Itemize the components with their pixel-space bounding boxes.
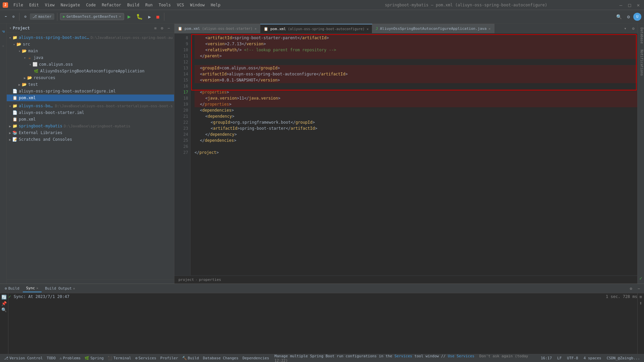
sidebar-project-icon[interactable]: P: [1, 25, 6, 38]
tab-pom-starter[interactable]: 📋 pom.xml (aliyun-oss-boot-starter) ✕: [174, 24, 260, 33]
tab-sync-bottom[interactable]: Sync ✕: [23, 285, 42, 292]
maximize-button[interactable]: □: [627, 2, 633, 8]
menu-help[interactable]: Help: [208, 2, 223, 8]
menu-window[interactable]: Window: [187, 2, 207, 8]
bottom-panel-settings[interactable]: ⚙: [627, 285, 635, 292]
refresh-btn[interactable]: 🔄: [1, 295, 7, 300]
tree-item-scratches[interactable]: ▶ 📝 Scratches and Consoles: [7, 136, 174, 143]
tree-item-mybatis[interactable]: ▶ 📁 springboot-mybatis D:\JavaBase\sprin…: [7, 123, 174, 129]
pin-btn[interactable]: 📌: [1, 301, 7, 306]
project-dropdown-icon[interactable]: ▾: [9, 26, 11, 30]
tab-close-btn-active[interactable]: ✕: [367, 27, 369, 31]
notifications-sidebar-btn[interactable]: Notifications: [638, 47, 644, 78]
tree-item-test[interactable]: ▶ 📂 test: [7, 81, 174, 88]
status-terminal[interactable]: ⬛ Terminal: [106, 356, 132, 360]
menu-file[interactable]: File: [11, 2, 26, 8]
tree-item-pom-starter[interactable]: 📋 pom.xml: [7, 116, 174, 123]
tree-item-boot-starter[interactable]: ▾ 📁 aliuyn-oss-boot-starter D:\JavaBase\…: [7, 103, 174, 109]
status-version-control[interactable]: ⎇ Version Control: [3, 356, 44, 360]
tree-item-package[interactable]: ▾ ⬜ com.aliyun.oss: [7, 61, 174, 68]
menu-refactor[interactable]: Refactor: [99, 2, 124, 8]
line-num-26: 26: [174, 143, 188, 149]
tree-item-external-libs[interactable]: ▶ 📚 External Libraries: [7, 129, 174, 136]
use-services-link[interactable]: Use Services: [448, 354, 474, 358]
build-output-close[interactable]: ✕: [73, 287, 75, 290]
tab-more-button[interactable]: ▾: [621, 24, 629, 33]
menu-view[interactable]: View: [42, 2, 57, 8]
line-num-22: 22: [174, 119, 188, 125]
debug-button[interactable]: 🐛: [134, 12, 145, 21]
menu-code[interactable]: Code: [84, 2, 99, 8]
database-sidebar-btn[interactable]: Database: [638, 25, 644, 46]
status-profiler[interactable]: Profiler: [159, 356, 179, 360]
code-content[interactable]: <artifactId>spring-boot-starter-parent</…: [191, 34, 637, 157]
status-database-changes[interactable]: Database Changes: [202, 356, 240, 360]
tab-java-class[interactable]: J AliuynOssSpringBootAutoconfigureApplic…: [372, 24, 494, 33]
project-scrollbar[interactable]: [7, 280, 174, 284]
stop-button[interactable]: ■: [154, 13, 161, 20]
menu-vcs[interactable]: VCS: [174, 2, 187, 8]
tree-item-pom-selected[interactable]: 📋 pom.xml: [7, 95, 174, 101]
sidebar-bookmark-icon[interactable]: ☆: [1, 39, 6, 52]
settings-button[interactable]: ⚙: [625, 13, 632, 20]
tree-item-main[interactable]: ▾ 📂 main: [7, 48, 174, 54]
code-scroll-wrapper[interactable]: <artifactId>spring-boot-starter-parent</…: [191, 34, 637, 276]
toolbar-git-button[interactable]: ⚙: [22, 13, 29, 20]
panel-collapse-btn[interactable]: ≡: [153, 25, 158, 31]
tab-close-btn[interactable]: ✕: [255, 27, 257, 31]
toolbar-forward-button[interactable]: ⚙: [10, 13, 17, 20]
status-position[interactable]: 16:17: [539, 356, 553, 360]
panel-close-btn[interactable]: −: [166, 25, 171, 31]
expand-arrow: ▶: [17, 82, 21, 86]
tree-item-iml[interactable]: 📄 aliuyn-oss-spring-boot-autoconfigure.i…: [7, 88, 174, 95]
code-line-9: <version>2.7.13</version>: [195, 41, 637, 47]
collapse-btn[interactable]: ↕: [638, 300, 644, 305]
menu-navigate[interactable]: Navigate: [58, 2, 83, 8]
tab-build-output[interactable]: Build Output ✕: [42, 285, 78, 292]
bottom-panel-close[interactable]: −: [635, 285, 643, 292]
tree-item-class[interactable]: 🌿 AliuynOssSpringBootAutoconfigureApplic…: [7, 68, 174, 74]
user-avatar[interactable]: U: [633, 13, 641, 21]
status-encoding[interactable]: UTF-8: [566, 356, 580, 360]
panel-settings-btn[interactable]: ⚙: [159, 25, 165, 31]
status-line-ending[interactable]: LF: [556, 356, 563, 360]
minimize-button[interactable]: —: [618, 2, 624, 8]
line-num-23: 23: [174, 125, 188, 131]
menu-build[interactable]: Build: [124, 2, 142, 8]
search-everywhere[interactable]: 🔍: [614, 13, 624, 20]
tree-item-resources[interactable]: ▶ 📂 resources: [7, 74, 174, 81]
tab-pom-autoconfigure[interactable]: 📋 pom.xml (aliyun-oss-spring-boot-autoco…: [260, 24, 372, 33]
menu-edit[interactable]: Edit: [26, 2, 42, 8]
tree-item-autoconfigure-root[interactable]: ▾ 📁 aliuyn-oss-spring-boot-autoconfigure…: [7, 34, 174, 41]
status-spring[interactable]: 🌿 Spring: [83, 356, 105, 360]
run-with-coverage[interactable]: ▶: [146, 13, 153, 20]
status-build[interactable]: 🔨 Build: [181, 356, 200, 360]
tree-item-starter-iml[interactable]: 📄 aliuyn-oss-boot-starter.iml: [7, 109, 174, 116]
sync-tab-close[interactable]: ✕: [36, 286, 38, 290]
run-button[interactable]: ▶: [125, 12, 133, 21]
inspect-btn[interactable]: 🔍: [1, 307, 7, 312]
tab-close-java[interactable]: ✕: [489, 27, 491, 31]
status-services[interactable]: ⚙ Services: [134, 356, 158, 360]
tab-settings-button[interactable]: ⚙: [629, 24, 637, 33]
breadcrumb-project[interactable]: project: [178, 278, 194, 282]
status-user[interactable]: CSDN_@Zaingb...: [605, 356, 641, 360]
status-problems[interactable]: ⚠ Problems: [58, 356, 82, 360]
build-tab-icon: ⚙: [5, 286, 7, 291]
services-link[interactable]: Services: [394, 354, 412, 358]
toolbar-back-button[interactable]: ⬅: [3, 13, 9, 20]
close-button[interactable]: ✕: [635, 2, 641, 8]
tree-item-java[interactable]: ▾ ☕ java: [7, 54, 174, 61]
tree-label-java: java: [34, 55, 43, 60]
status-indent[interactable]: 4 spaces: [582, 356, 603, 360]
status-todo[interactable]: TODO: [45, 356, 57, 360]
tab-build-bottom[interactable]: ⚙ Build: [1, 285, 23, 292]
expand-all-btn[interactable]: ≡: [638, 294, 644, 299]
status-dependencies[interactable]: Dependencies: [241, 356, 270, 360]
git-branch-dropdown[interactable]: ⎇ master: [30, 13, 54, 20]
tree-item-src[interactable]: ▾ 📂 src: [7, 41, 174, 48]
run-config-dropdown[interactable]: ▶ GetBeanTest.getBeanTest ▾: [60, 13, 124, 20]
breadcrumb-properties[interactable]: properties: [199, 278, 221, 282]
menu-tools[interactable]: Tools: [156, 2, 173, 8]
menu-run[interactable]: Run: [143, 2, 155, 8]
